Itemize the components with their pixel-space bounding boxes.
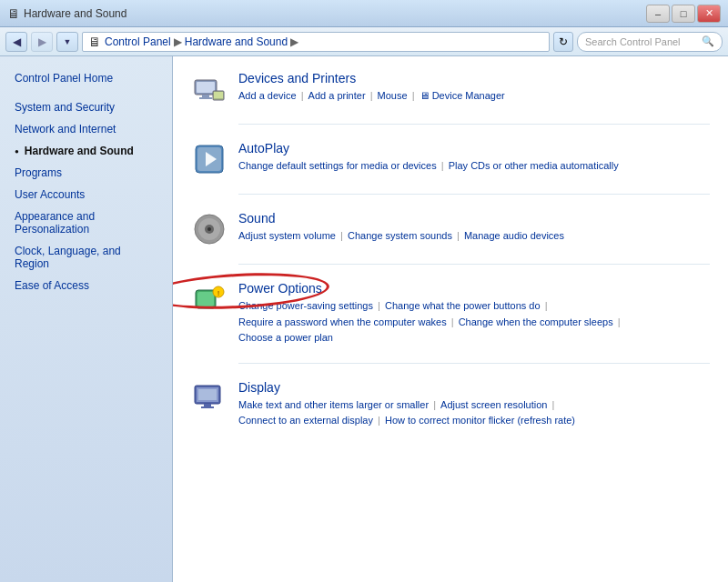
maximize-button[interactable]: □	[672, 5, 695, 23]
close-button[interactable]: ✕	[697, 5, 721, 23]
sidebar-item-appearance[interactable]: Appearance and Personalization	[0, 206, 172, 240]
sidebar-item-hardware-and-sound[interactable]: Hardware and Sound	[0, 140, 172, 162]
address-bar: ◀ ▶ ▼ 🖥 Control Panel ▶ Hardware and Sou…	[0, 27, 728, 56]
category-devices-and-printers: Devices and Printers Add a device | Add …	[191, 71, 710, 107]
change-default-link[interactable]: Change default settings for media or dev…	[238, 160, 437, 171]
refresh-button[interactable]: ↻	[553, 32, 573, 52]
divider-2	[238, 194, 710, 195]
title-bar-controls: – □ ✕	[646, 5, 721, 23]
window-title: Hardware and Sound	[24, 7, 126, 20]
sidebar-item-programs[interactable]: Programs	[0, 162, 172, 184]
adjust-volume-link[interactable]: Adjust system volume	[238, 230, 336, 241]
content-area: Devices and Printers Add a device | Add …	[173, 56, 728, 582]
autoplay-icon	[191, 141, 228, 177]
make-text-larger-link[interactable]: Make text and other items larger or smal…	[238, 399, 429, 410]
require-password-wake-link[interactable]: Require a password when the computer wak…	[238, 316, 447, 327]
power-links: Change power-saving settings | Change wh…	[238, 298, 622, 346]
correct-flicker-link[interactable]: How to correct monitor flicker (refresh …	[385, 415, 575, 426]
sidebar-item-network-and-internet[interactable]: Network and Internet	[0, 118, 172, 140]
change-power-buttons-link[interactable]: Change what the power buttons do	[385, 300, 541, 311]
divider-1	[238, 124, 710, 125]
autoplay-title[interactable]: AutoPlay	[238, 141, 619, 156]
svg-rect-20	[201, 406, 214, 408]
sidebar-item-clock-language[interactable]: Clock, Language, and Region	[0, 240, 172, 275]
minimize-button[interactable]: –	[646, 5, 670, 23]
divider-4	[238, 363, 710, 364]
svg-point-12	[207, 227, 211, 231]
add-device-link[interactable]: Add a device	[238, 90, 297, 101]
devices-content: Devices and Printers Add a device | Add …	[238, 71, 505, 105]
change-computer-sleeps-link[interactable]: Change when the computer sleeps	[459, 316, 613, 327]
devices-links: Add a device | Add a printer | Mouse | 🖥…	[238, 88, 505, 105]
devices-icon	[191, 71, 228, 107]
power-icon: !	[191, 281, 228, 317]
svg-rect-1	[197, 82, 215, 93]
svg-rect-2	[202, 95, 209, 97]
window-icon: 🖥	[7, 6, 20, 21]
svg-rect-3	[199, 97, 212, 99]
display-content: Display Make text and other items larger…	[238, 380, 575, 429]
connect-external-link[interactable]: Connect to an external display	[238, 415, 373, 426]
search-box[interactable]: Search Control Panel 🔍	[577, 32, 723, 52]
sidebar-item-system-and-security[interactable]: System and Security	[0, 96, 172, 118]
category-display: Display Make text and other items larger…	[191, 380, 710, 429]
display-links: Make text and other items larger or smal…	[238, 397, 575, 429]
category-power-options: ! Power Options Change power-saving sett…	[191, 281, 710, 346]
sound-title[interactable]: Sound	[238, 211, 564, 226]
sound-content: Sound Adjust system volume | Change syst…	[238, 211, 564, 245]
play-cds-link[interactable]: Play CDs or other media automatically	[449, 160, 619, 171]
adjust-resolution-link[interactable]: Adjust screen resolution	[440, 399, 547, 410]
autoplay-links: Change default settings for media or dev…	[238, 158, 619, 175]
power-content: Power Options Change power-saving settin…	[238, 281, 622, 346]
search-icon: 🔍	[702, 35, 714, 47]
power-title[interactable]: Power Options	[238, 281, 622, 296]
add-printer-link[interactable]: Add a printer	[308, 90, 366, 101]
title-bar: 🖥 Hardware and Sound – □ ✕	[0, 0, 728, 27]
manage-audio-link[interactable]: Manage audio devices	[464, 230, 564, 241]
svg-rect-21	[198, 389, 217, 400]
sidebar-item-user-accounts[interactable]: User Accounts	[0, 184, 172, 206]
forward-button[interactable]: ▶	[31, 32, 53, 52]
device-manager-icon-small: 🖥	[420, 90, 430, 101]
category-sound: Sound Adjust system volume | Change syst…	[191, 211, 710, 247]
devices-title[interactable]: Devices and Printers	[238, 71, 505, 85]
main-layout: Control Panel Home System and Security N…	[0, 56, 728, 582]
back-button[interactable]: ◀	[5, 32, 27, 52]
sidebar-item-ease-of-access[interactable]: Ease of Access	[0, 275, 172, 296]
svg-rect-5	[214, 92, 223, 98]
change-sounds-link[interactable]: Change system sounds	[348, 230, 452, 241]
mouse-link[interactable]: Mouse	[378, 90, 408, 101]
svg-text:!: !	[217, 289, 220, 297]
svg-rect-19	[204, 404, 211, 406]
display-title[interactable]: Display	[238, 380, 575, 395]
divider-3	[238, 264, 710, 265]
device-manager-link[interactable]: Device Manager	[432, 90, 505, 101]
title-bar-left: 🖥 Hardware and Sound	[7, 6, 126, 21]
sidebar: Control Panel Home System and Security N…	[0, 56, 173, 582]
dropdown-button[interactable]: ▼	[56, 32, 78, 52]
sidebar-item-control-panel-home[interactable]: Control Panel Home	[0, 67, 172, 89]
autoplay-content: AutoPlay Change default settings for med…	[238, 141, 619, 175]
choose-power-plan-link[interactable]: Choose a power plan	[238, 332, 333, 343]
breadcrumb-hardware-sound[interactable]: Hardware and Sound	[185, 35, 288, 48]
search-placeholder: Search Control Panel	[585, 36, 681, 47]
sound-icon	[191, 211, 228, 247]
category-autoplay: AutoPlay Change default settings for med…	[191, 141, 710, 177]
breadcrumb-control-panel[interactable]: Control Panel	[105, 35, 171, 48]
svg-rect-14	[197, 292, 214, 306]
breadcrumb-icon: 🖥	[88, 35, 101, 49]
display-icon	[191, 380, 228, 416]
change-power-saving-link[interactable]: Change power-saving settings	[238, 300, 373, 311]
address-path: 🖥 Control Panel ▶ Hardware and Sound ▶	[82, 32, 550, 52]
sound-links: Adjust system volume | Change system sou…	[238, 228, 564, 245]
